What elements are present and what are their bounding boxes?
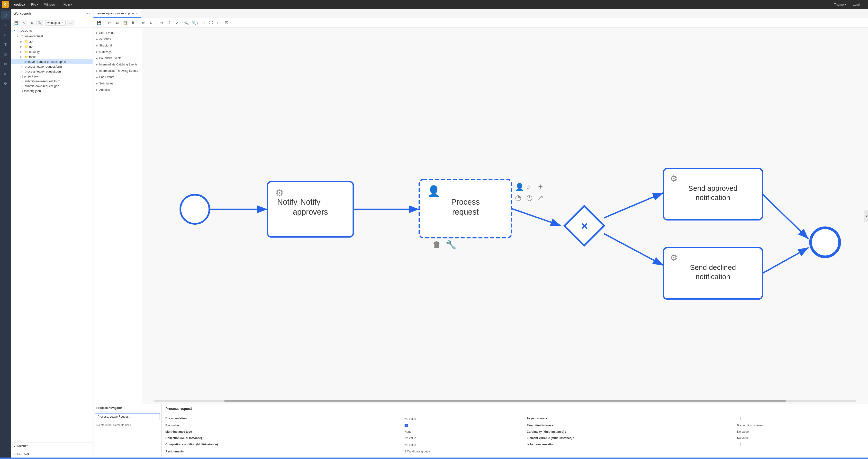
- workbench-menu-dots[interactable]: ···: [86, 11, 90, 16]
- search-label: SEARCH: [17, 452, 29, 456]
- gen1-icon: 📄: [21, 70, 24, 73]
- prop-label-assignments: Assignments :: [165, 448, 403, 455]
- palette-boundary-events[interactable]: ▶ Boundary Events: [93, 55, 142, 61]
- sidebar-icon-search[interactable]: ⌕: [1, 30, 10, 39]
- sidebar-icon-settings[interactable]: ⚙: [1, 79, 10, 88]
- save-btn[interactable]: 💾: [13, 20, 20, 26]
- prop-label-exclusive: Exclusive :: [165, 422, 403, 429]
- palette-artifacts[interactable]: ▶ Artifacts: [93, 87, 142, 93]
- etb-layout[interactable]: ⊡: [215, 20, 222, 26]
- svg-text:⚙: ⚙: [670, 174, 678, 183]
- palette-intermediate-throwing[interactable]: ▶ Intermediate Throwing Events: [93, 68, 142, 74]
- svg-text:Notify: Notify: [277, 197, 298, 206]
- etb-zoom-fit[interactable]: ⊞: [199, 20, 207, 26]
- palette-activities[interactable]: ▶ Activities: [93, 36, 142, 42]
- horizontal-scrollbar[interactable]: [154, 400, 856, 402]
- tree-label-gen: gen: [29, 45, 34, 49]
- folder-icon-root: ◫: [21, 34, 24, 38]
- palette-gateways[interactable]: ▶ Gateways: [93, 49, 142, 55]
- etb-export[interactable]: ⇱: [223, 20, 230, 26]
- folder-icon-gen: 📁: [24, 45, 28, 49]
- collapse-icon: ◀: [865, 214, 867, 218]
- tree-item-bpmn-file[interactable]: ⊞ leave-request-process.bpmn: [11, 59, 93, 64]
- workspace-dropdown[interactable]: workspace ▾: [45, 20, 66, 26]
- svg-text:👤: 👤: [515, 183, 524, 191]
- palette-intermediate-catching[interactable]: ▶ Intermediate Catching Events: [93, 61, 142, 68]
- tab-close-btn[interactable]: ×: [135, 12, 137, 15]
- palette-end-events[interactable]: ▶ End Events: [93, 74, 142, 80]
- tree-item-gen[interactable]: ▶ 📁 gen: [11, 44, 93, 49]
- panel-collapse-btn[interactable]: ◀: [864, 210, 868, 222]
- sidebar-icon-logs[interactable]: ≫: [1, 59, 10, 68]
- tree-item-security[interactable]: ▶ 📁 security: [11, 49, 93, 54]
- exclusive-checkbox[interactable]: ✓: [405, 424, 408, 427]
- search-section[interactable]: ▶ SEARCH: [11, 450, 93, 458]
- sidebar-icon-shield[interactable]: ⛨: [1, 69, 10, 78]
- compensation-checkbox[interactable]: [737, 443, 741, 446]
- tree-item-gen1[interactable]: 📄 process-leave-request.gen: [11, 69, 93, 74]
- etb-copy[interactable]: ⧉: [114, 20, 121, 26]
- expand-gen: ▶: [21, 45, 23, 48]
- tab-bpmn[interactable]: leave-request-process.bpmn ×: [93, 9, 141, 18]
- more-options-btn[interactable]: ···: [67, 20, 73, 26]
- palette-structural[interactable]: ▶ Structural: [93, 42, 142, 49]
- etb-align-v[interactable]: ⇕: [166, 20, 173, 26]
- etb-fullscreen[interactable]: ⛶: [207, 20, 215, 26]
- file-panel: Workbench ··· 💾 ▷ ↻ 🔍 workspace ▾ ··· ▼ …: [11, 9, 93, 458]
- prop-row-exclusive: Exclusive : ✓ Execution listeners : 0 ex…: [165, 422, 864, 429]
- etb-redo[interactable]: ↻: [148, 20, 155, 26]
- asynchronous-checkbox[interactable]: [737, 417, 741, 420]
- sidebar-icon-terminal[interactable]: ▤: [1, 50, 10, 58]
- prop-label-completion: Completion condition (Multi-instance) :: [165, 441, 403, 448]
- menu-theme[interactable]: Theme ▾: [832, 2, 848, 7]
- admin-chevron: ▾: [862, 3, 864, 6]
- properties-table: Documentation : No value Asynchronous : …: [165, 415, 864, 455]
- etb-paste[interactable]: 📋: [121, 20, 129, 26]
- prop-row-multiinstance: Multi-instance type : None Cardinality (…: [165, 429, 864, 435]
- etb-undo[interactable]: ↺: [140, 20, 147, 26]
- file-tree: ▼ ◫ leave-request ▶ 📁 api ▶ 📁 gen ▶ 📁 se…: [11, 34, 93, 93]
- tree-item-tasks[interactable]: ▶ 📁 tasks: [11, 54, 93, 59]
- sidebar-icon-workbench[interactable]: ⬡: [1, 11, 10, 20]
- menu-help[interactable]: Help ▾: [61, 2, 75, 7]
- end-events-triangle: ▶: [96, 76, 98, 79]
- menu-window[interactable]: Window ▾: [41, 2, 60, 7]
- prop-label-compensation: Is for compensation :: [527, 441, 735, 448]
- menu-admin[interactable]: admin ▾: [850, 2, 866, 7]
- process-nav-item[interactable]: Process: Leave Request: [95, 413, 160, 420]
- tree-item-leave-request[interactable]: ▼ ◫ leave-request: [11, 34, 93, 39]
- bpmn-canvas[interactable]: ⚙ Notify Notify approvers 👤 Process requ…: [142, 28, 868, 404]
- etb-align-h[interactable]: ⇔: [158, 20, 165, 26]
- prop-label-multiinstance-type: Multi-instance type :: [165, 429, 403, 435]
- etb-connect[interactable]: ⤢: [174, 20, 181, 26]
- etb-zoom-out[interactable]: 🔍−: [184, 20, 191, 26]
- sidebar-icon-git[interactable]: ⌥: [1, 21, 10, 29]
- palette-start-events[interactable]: ▶ Start Events: [93, 30, 142, 36]
- import-section[interactable]: ▶ IMPORT: [11, 442, 93, 450]
- tree-item-form1[interactable]: 📄 process-leave-request.form: [11, 64, 93, 69]
- bpmn-file-icon: ⊞: [24, 60, 27, 63]
- search-btn[interactable]: 🔍: [36, 20, 43, 26]
- import-triangle: ▶: [13, 446, 15, 448]
- sidebar-icon-db[interactable]: ◫: [1, 40, 10, 49]
- tree-item-api[interactable]: ▶ 📁 api: [11, 39, 93, 44]
- palette-swimlanes[interactable]: ▶ Swimlanes: [93, 80, 142, 87]
- etb-delete[interactable]: 🗑: [129, 20, 136, 26]
- refresh-btn[interactable]: ↻: [29, 20, 35, 26]
- tree-item-json1[interactable]: { } project.json: [11, 74, 93, 79]
- search-triangle: ▶: [13, 453, 15, 455]
- scroll-thumb[interactable]: [224, 400, 785, 402]
- activities-label: Activities: [99, 37, 111, 41]
- tree-item-gen2[interactable]: 📄 submit-leave-request.gen: [11, 84, 93, 89]
- run-btn[interactable]: ▷: [21, 20, 27, 26]
- etb-cut[interactable]: ✂: [106, 20, 113, 26]
- etb-zoom-in[interactable]: 🔍+: [192, 20, 199, 26]
- tree-item-form2[interactable]: 📄 submit-leave-request.form: [11, 79, 93, 84]
- folder-icon-security: 📁: [24, 50, 28, 54]
- tree-item-json2[interactable]: { } tsconfig.json: [11, 89, 93, 93]
- prop-row-documentation: Documentation : No value Asynchronous :: [165, 415, 864, 422]
- svg-text:✦: ✦: [537, 183, 544, 191]
- bottom-status-bar: [0, 458, 868, 459]
- etb-save[interactable]: 💾: [95, 20, 103, 26]
- menu-file[interactable]: File ▾: [29, 2, 41, 7]
